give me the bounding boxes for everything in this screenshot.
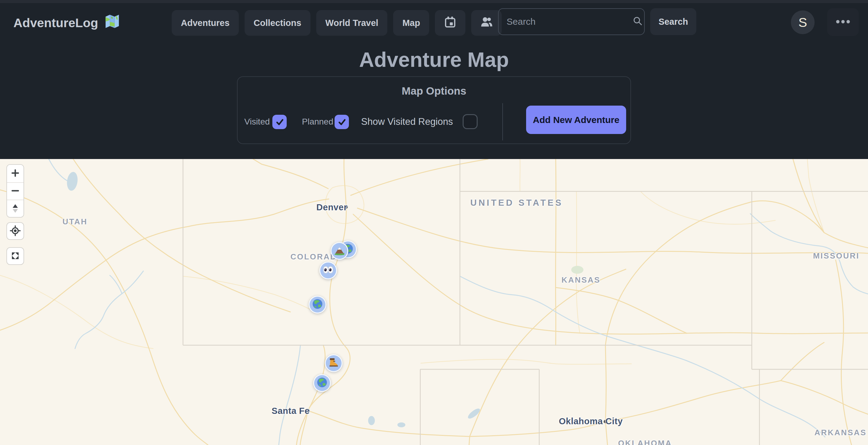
ellipsis-icon [835, 20, 850, 25]
map-zoom-controls [6, 164, 24, 218]
nav-map-button[interactable]: Map [393, 10, 429, 36]
eyes-icon [322, 264, 334, 277]
map-artwork [0, 159, 868, 445]
planned-toggle-label: Planned [302, 117, 333, 127]
fullscreen-icon [10, 250, 21, 262]
map-emoji-icon [104, 13, 121, 33]
show-visited-regions-label: Show Visited Regions [361, 116, 453, 127]
options-divider [502, 103, 503, 140]
earth-icon [316, 377, 328, 389]
zoom-in-icon [10, 168, 21, 179]
nav-collections-button[interactable]: Collections [245, 10, 310, 36]
map-state-label: ARKANSAS [814, 428, 866, 437]
map-marker-eyes[interactable] [319, 262, 337, 279]
map-state-label: KANSAS [561, 275, 600, 285]
visited-toggle-label: Visited [244, 117, 270, 127]
fullscreen-button[interactable] [6, 247, 24, 265]
zoom-out-button[interactable] [7, 182, 24, 200]
calendar-icon [443, 15, 457, 31]
search-button[interactable]: Search [650, 8, 696, 35]
page-title: Adventure Map [0, 47, 868, 72]
show-visited-regions-checkbox[interactable] [463, 114, 477, 129]
search-box [498, 8, 645, 35]
map-marker-earth[interactable] [309, 296, 326, 314]
map-marker-earth[interactable] [313, 374, 331, 392]
boot-icon [328, 357, 339, 369]
search-input[interactable] [499, 17, 632, 27]
map-marker-mountain[interactable] [331, 242, 348, 260]
map-city-label: Santa Fe [272, 406, 310, 416]
map-state-label: MISSOURI [813, 251, 860, 261]
zoom-out-icon [10, 185, 21, 197]
map-state-label: OKLAHOMA [618, 439, 672, 445]
more-menu-button[interactable] [827, 8, 859, 36]
geolocate-button[interactable] [6, 222, 24, 240]
map-options-title: Map Options [238, 85, 630, 97]
search-icon [632, 16, 643, 28]
visited-checkbox[interactable] [272, 115, 287, 129]
users-button[interactable] [471, 10, 502, 36]
mountain-icon [334, 244, 345, 257]
pitch-toggle-icon [10, 203, 21, 214]
map-country-label: UNITED STATES [470, 198, 563, 208]
map-options-card: Map Options Visited Planned Show Visited… [237, 76, 631, 144]
users-icon [479, 15, 494, 31]
add-new-adventure-button[interactable]: Add New Adventure [526, 106, 626, 134]
nav-world-travel-button[interactable]: World Travel [316, 10, 388, 36]
geolocate-icon [9, 225, 21, 237]
map-city-label: Denver [316, 202, 347, 212]
map-marker-boot[interactable] [325, 354, 342, 372]
user-avatar[interactable]: S [791, 10, 815, 34]
map-city-label: Oklahoma City [559, 416, 623, 426]
app-navbar: AdventureLog Adventures Collections Worl… [0, 0, 868, 44]
app-logo[interactable]: AdventureLog [13, 13, 121, 33]
planned-checkbox[interactable] [335, 115, 349, 129]
map-canvas[interactable]: UNITED STATESUTAHCOLORADOKANSASMISSOURIO… [0, 159, 868, 445]
earth-icon [312, 298, 323, 311]
main-nav: Adventures Collections World Travel Map [172, 10, 502, 36]
zoom-in-button[interactable] [7, 165, 24, 182]
pitch-toggle-button[interactable] [7, 200, 24, 217]
nav-adventures-button[interactable]: Adventures [172, 10, 239, 36]
app-logo-text: AdventureLog [13, 16, 98, 30]
map-state-label: UTAH [63, 217, 88, 227]
avatar-initial: S [799, 15, 807, 30]
calendar-button[interactable] [435, 10, 465, 36]
